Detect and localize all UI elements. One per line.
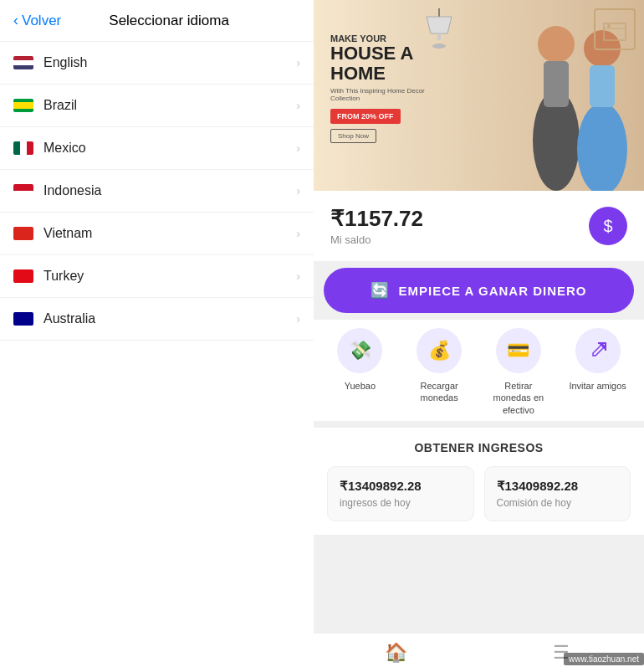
back-chevron-icon: ‹ [13, 12, 18, 29]
chevron-right-icon: › [296, 56, 300, 69]
balance-dollar-button[interactable]: $ [589, 207, 627, 245]
banner-discount-badge: FROM 20% OFF [330, 109, 401, 124]
income-card-commission: ₹13409892.28 Comisión de hoy [484, 466, 631, 521]
lang-name-vietnam: Vietnam [43, 226, 296, 241]
invitar-label: Invitar amigos [569, 380, 626, 392]
invitar-icon-circle [575, 328, 621, 373]
lang-name-brazil: Brazil [43, 98, 296, 113]
income-card-today: ₹13409892.28 ingresos de hoy [327, 466, 474, 521]
balance-amount: ₹1157.72 [330, 206, 423, 232]
chevron-right-icon: › [296, 312, 300, 326]
lang-item-brazil[interactable]: Brazil › [0, 85, 314, 127]
earn-money-button[interactable]: 🔄 EMPIECE A GANAR DINERO [324, 268, 634, 313]
chevron-right-icon: › [296, 227, 300, 240]
action-invitar[interactable]: Invitar amigos [558, 328, 637, 416]
balance-info: ₹1157.72 Mi saldo [330, 206, 423, 246]
action-row: 💸 Yuebao 💰 Recargar monedas 💳 Retirar mo… [314, 320, 644, 421]
flag-english [13, 56, 33, 69]
language-selector-panel: ‹ Volver Seleccionar idioma English › Br… [0, 0, 314, 672]
income-cards: ₹13409892.28 ingresos de hoy ₹13409892.2… [327, 466, 631, 521]
income-commission-label: Comisión de hoy [497, 497, 619, 509]
chevron-right-icon: › [296, 269, 300, 283]
svg-point-12 [607, 24, 611, 28]
svg-rect-10 [604, 23, 626, 40]
banner-shop-button[interactable]: Shop Now [330, 129, 376, 143]
banner-headline: HOUSE AHOME [330, 44, 431, 84]
lang-item-mexico[interactable]: Mexico › [0, 127, 314, 170]
lang-item-australia[interactable]: Australia › [0, 298, 314, 341]
nav-home[interactable]: 🏠 [314, 642, 479, 664]
chevron-right-icon: › [296, 99, 300, 112]
flag-brazil [13, 99, 33, 112]
balance-label: Mi saldo [330, 233, 423, 246]
income-commission-amount: ₹13409892.28 [497, 479, 619, 494]
lang-item-indonesia[interactable]: Indonesia › [0, 170, 314, 213]
flag-vietnam [13, 227, 33, 240]
flag-australia [13, 312, 33, 326]
chevron-right-icon: › [296, 184, 300, 197]
left-header: ‹ Volver Seleccionar idioma [0, 0, 314, 42]
svg-rect-9 [590, 65, 615, 107]
action-yuebao[interactable]: 💸 Yuebao [320, 328, 400, 416]
chevron-right-icon: › [296, 141, 300, 155]
recargar-icon-circle: 💰 [417, 328, 462, 373]
lang-name-turkey: Turkey [43, 269, 296, 284]
flag-indonesia [13, 184, 33, 197]
lang-name-mexico: Mexico [43, 141, 296, 156]
action-recargar[interactable]: 💰 Recargar monedas [400, 328, 479, 416]
income-section: OBTENER INGRESOS ₹13409892.28 ingresos d… [314, 428, 644, 535]
home-icon: 🏠 [385, 642, 407, 664]
retirar-icon-circle: 💳 [496, 328, 541, 373]
action-retirar[interactable]: 💳 Retirar monedas en efectivo [479, 328, 559, 416]
svg-marker-1 [427, 17, 452, 33]
yuebao-label: Yuebao [345, 380, 376, 392]
flag-mexico [13, 141, 33, 155]
income-today-label: ingresos de hoy [340, 497, 462, 509]
lang-name-australia: Australia [43, 311, 296, 326]
earn-icon: 🔄 [371, 281, 390, 300]
balance-card: ₹1157.72 Mi saldo $ [314, 191, 644, 261]
yuebao-icon-circle: 💸 [337, 328, 382, 373]
back-label: Volver [22, 13, 61, 29]
page-title: Seleccionar idioma [71, 13, 267, 29]
lang-name-english: English [43, 55, 296, 70]
promo-banner: Make your HOUSE AHOME With This Inspirin… [314, 0, 644, 191]
watermark: www.tiaozhuan.net [564, 653, 644, 665]
banner-text: Make your HOUSE AHOME With This Inspirin… [330, 33, 431, 143]
lang-item-turkey[interactable]: Turkey › [0, 255, 314, 298]
language-list: English › Brazil › Mexico › Indonesia › … [0, 42, 314, 672]
banner-subtitle: With This Inspiring Home Decor Collectio… [330, 87, 431, 102]
main-app-panel: Make your HOUSE AHOME With This Inspirin… [314, 0, 644, 672]
lang-name-indonesia: Indonesia [43, 183, 296, 198]
banner-frame-decoration [594, 8, 636, 50]
recargar-label: Recargar monedas [410, 380, 468, 404]
retirar-label: Retirar monedas en efectivo [489, 380, 548, 416]
svg-rect-6 [544, 61, 569, 107]
bottom-navigation: 🏠 ☰ www.tiaozhuan.net [314, 633, 644, 672]
svg-point-8 [577, 103, 627, 191]
svg-rect-2 [437, 33, 441, 40]
flag-turkey [13, 269, 33, 283]
lang-item-english[interactable]: English › [0, 42, 314, 85]
svg-point-4 [538, 26, 575, 63]
earn-button-label: EMPIECE A GANAR DINERO [398, 284, 586, 298]
income-title: OBTENER INGRESOS [327, 441, 631, 454]
svg-point-3 [432, 44, 446, 49]
back-button[interactable]: ‹ Volver [13, 12, 61, 29]
income-today-amount: ₹13409892.28 [340, 479, 462, 494]
lang-item-vietnam[interactable]: Vietnam › [0, 213, 314, 255]
